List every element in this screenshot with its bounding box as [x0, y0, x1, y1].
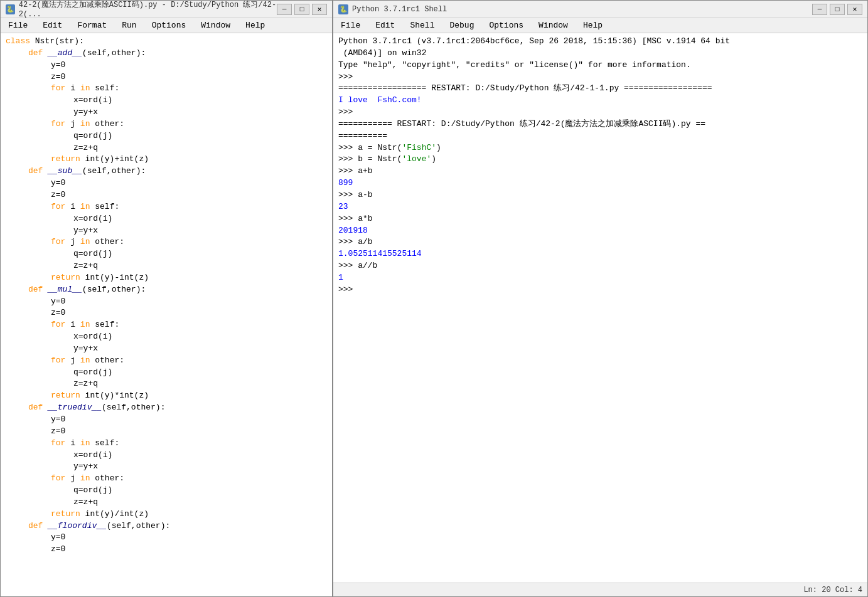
editor-close-button[interactable]: ✕ [312, 4, 327, 15]
code-line: for j in other: [6, 355, 327, 367]
code-line: class Nstr(str): [6, 36, 327, 48]
editor-menu-file[interactable]: File [6, 20, 30, 31]
shell-line: >>> [338, 71, 862, 83]
code-line: return int(y)/int(z) [6, 509, 327, 520]
editor-menu-help[interactable]: Help [243, 20, 267, 31]
shell-menu-help[interactable]: Help [581, 20, 605, 31]
code-line: for j in other: [6, 473, 327, 485]
shell-menu-file[interactable]: File [338, 20, 363, 31]
code-line: y=0 [6, 296, 327, 308]
code-line: y=y+x [6, 461, 327, 473]
code-line: def __sub__(self,other): [6, 166, 327, 177]
shell-maximize-button[interactable]: □ [830, 4, 845, 15]
code-line: for j in other: [6, 236, 327, 248]
code-line: return int(y)+int(z) [6, 154, 327, 166]
editor-menu-edit[interactable]: Edit [40, 20, 65, 31]
shell-line: 201918 [338, 225, 862, 237]
code-line: q=ord(j) [6, 130, 327, 142]
shell-titlebar-left: 🐍 Python 3.7.1rc1 Shell [338, 4, 447, 14]
shell-menu-debug[interactable]: Debug [447, 20, 476, 31]
shell-line: 23 [338, 201, 862, 213]
code-line: def __truediv__(self,other): [6, 402, 327, 414]
code-line: z=0 [6, 426, 327, 438]
code-line: z=0 [6, 544, 327, 556]
shell-line: >>> a*b [338, 213, 862, 225]
code-line: y=0 [6, 177, 327, 189]
code-line: z=z+q [6, 378, 327, 390]
code-line: q=ord(j) [6, 485, 327, 497]
code-line: def __floordiv__(self,other): [6, 520, 327, 532]
shell-minimize-button[interactable]: ─ [812, 4, 827, 15]
code-line: z=z+q [6, 260, 327, 272]
code-line: y=y+x [6, 107, 327, 119]
editor-window: 🐍 42-2(魔法方法之加减乘除ASCII码).py - D:/Study/Py… [0, 0, 333, 597]
shell-close-button[interactable]: ✕ [847, 4, 862, 15]
editor-icon: 🐍 [6, 4, 15, 14]
code-line: q=ord(j) [6, 367, 327, 379]
code-line: y=y+x [6, 225, 327, 237]
shell-line: ================== RESTART: D:/Study/Pyt… [338, 83, 862, 95]
code-line: x=ord(i) [6, 95, 327, 107]
shell-output-area[interactable]: Python 3.7.1rc1 (v3.7.1rc1:2064bcf6ce, S… [333, 33, 867, 583]
code-line: for i in self: [6, 83, 327, 95]
editor-menu-window[interactable]: Window [198, 20, 233, 31]
code-line: y=y+x [6, 343, 327, 355]
shell-menubar: File Edit Shell Debug Options Window Hel… [333, 18, 867, 33]
shell-line: Type "help", "copyright", "credits" or "… [338, 60, 862, 71]
code-line: x=ord(i) [6, 450, 327, 462]
editor-menu-run[interactable]: Run [119, 20, 139, 31]
shell-cursor-position: Ln: 20 Col: 4 [803, 586, 862, 594]
code-line: return int(y)-int(z) [6, 272, 327, 284]
code-line: q=ord(j) [6, 248, 327, 260]
shell-status-bar: Ln: 20 Col: 4 [333, 583, 867, 596]
code-line: for i in self: [6, 319, 327, 331]
shell-menu-window[interactable]: Window [536, 20, 571, 31]
shell-line: >>> [338, 284, 862, 296]
editor-menu-format[interactable]: Format [75, 20, 109, 31]
code-line: return int(y)*int(z) [6, 390, 327, 402]
code-line: z=0 [6, 71, 327, 83]
shell-line: 1 [338, 272, 862, 284]
shell-window: 🐍 Python 3.7.1rc1 Shell ─ □ ✕ File Edit … [333, 0, 868, 597]
shell-line: >>> a+b [338, 166, 862, 177]
code-line: z=z+q [6, 497, 327, 509]
shell-menu-edit[interactable]: Edit [373, 20, 397, 31]
code-line: y=0 [6, 60, 327, 71]
shell-window-controls[interactable]: ─ □ ✕ [812, 4, 862, 15]
shell-title: Python 3.7.1rc1 Shell [352, 5, 447, 14]
shell-line: >>> a = Nstr('FishC') [338, 142, 862, 154]
code-line: for i in self: [6, 438, 327, 450]
editor-code-area[interactable]: class Nstr(str): def __add__(self,other)… [1, 33, 332, 596]
shell-line: >>> b = Nstr('love') [338, 154, 862, 166]
editor-menu-options[interactable]: Options [149, 20, 189, 31]
shell-line: Python 3.7.1rc1 (v3.7.1rc1:2064bcf6ce, S… [338, 36, 862, 48]
editor-maximize-button[interactable]: □ [294, 4, 309, 15]
code-line: z=0 [6, 189, 327, 201]
shell-icon: 🐍 [338, 4, 348, 14]
shell-line: >>> [338, 107, 862, 119]
shell-line: 1.052511415525114 [338, 248, 862, 260]
editor-minimize-button[interactable]: ─ [277, 4, 292, 15]
code-line: for j in other: [6, 119, 327, 130]
code-line: def __mul__(self,other): [6, 284, 327, 296]
code-line: for i in self: [6, 201, 327, 213]
editor-titlebar-left: 🐍 42-2(魔法方法之加减乘除ASCII码).py - D:/Study/Py… [6, 0, 277, 19]
shell-line: >>> a/b [338, 236, 862, 248]
editor-window-controls[interactable]: ─ □ ✕ [277, 4, 327, 15]
editor-titlebar: 🐍 42-2(魔法方法之加减乘除ASCII码).py - D:/Study/Py… [1, 1, 332, 18]
shell-menu-options[interactable]: Options [486, 20, 526, 31]
shell-line: I love FshC.com! [338, 95, 862, 107]
code-line: z=z+q [6, 142, 327, 154]
code-line: x=ord(i) [6, 213, 327, 225]
code-line: y=0 [6, 414, 327, 426]
code-line: y=0 [6, 532, 327, 544]
shell-line: >>> a-b [338, 189, 862, 201]
editor-title: 42-2(魔法方法之加减乘除ASCII码).py - D:/Study/Pyth… [19, 0, 277, 19]
shell-line: ========== [338, 130, 862, 142]
code-line: x=ord(i) [6, 331, 327, 343]
shell-menu-shell[interactable]: Shell [407, 20, 437, 31]
shell-line: 899 [338, 177, 862, 189]
editor-menubar: File Edit Format Run Options Window Help [1, 18, 332, 33]
shell-line: =========== RESTART: D:/Study/Python 练习/… [338, 119, 862, 130]
code-line: z=0 [6, 307, 327, 319]
